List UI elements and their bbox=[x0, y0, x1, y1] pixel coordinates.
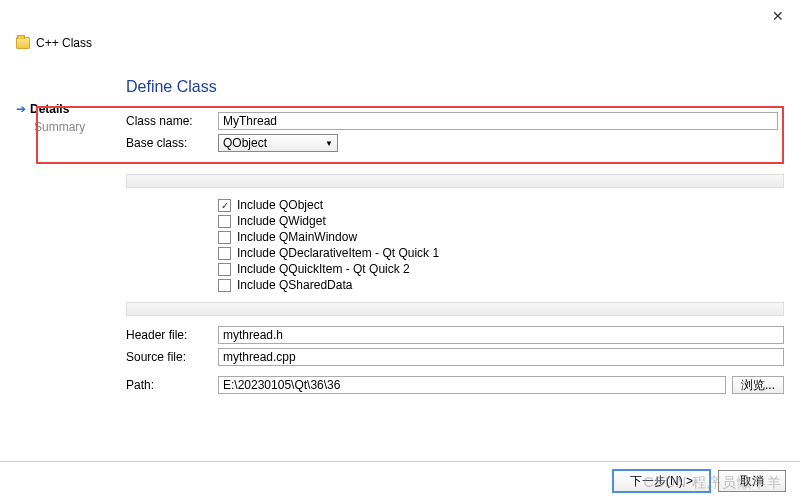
base-class-select[interactable]: QObject ▼ bbox=[218, 134, 338, 152]
include-option-label: Include QObject bbox=[237, 198, 323, 212]
include-option-label: Include QQuickItem - Qt Quick 2 bbox=[237, 262, 410, 276]
checkbox-icon[interactable] bbox=[218, 231, 231, 244]
folder-icon bbox=[16, 37, 30, 49]
separator-bar bbox=[126, 302, 784, 316]
chevron-down-icon: ▼ bbox=[325, 139, 333, 148]
class-name-input[interactable] bbox=[218, 112, 778, 130]
form-content: Define Class Class name: Base class: QOb… bbox=[126, 78, 784, 398]
include-option-label: Include QWidget bbox=[237, 214, 326, 228]
window-title: C++ Class bbox=[36, 36, 92, 50]
include-option[interactable]: Include QDeclarativeItem - Qt Quick 1 bbox=[218, 246, 784, 260]
base-class-label: Base class: bbox=[126, 136, 218, 150]
path-label: Path: bbox=[126, 378, 218, 392]
include-option-label: Include QSharedData bbox=[237, 278, 352, 292]
separator-bar bbox=[126, 174, 784, 188]
base-class-value: QObject bbox=[223, 136, 267, 150]
browse-button[interactable]: 浏览... bbox=[732, 376, 784, 394]
include-option[interactable]: Include QQuickItem - Qt Quick 2 bbox=[218, 262, 784, 276]
checkbox-icon[interactable] bbox=[218, 279, 231, 292]
dialog-footer: 下一步(N) > 取消 bbox=[0, 461, 800, 500]
cancel-button[interactable]: 取消 bbox=[718, 470, 786, 492]
section-title: Define Class bbox=[126, 78, 784, 96]
include-option[interactable]: Include QMainWindow bbox=[218, 230, 784, 244]
header-file-input[interactable] bbox=[218, 326, 784, 344]
source-file-label: Source file: bbox=[126, 350, 218, 364]
next-button[interactable]: 下一步(N) > bbox=[613, 470, 710, 492]
checkbox-icon[interactable] bbox=[218, 247, 231, 260]
include-option-label: Include QDeclarativeItem - Qt Quick 1 bbox=[237, 246, 439, 260]
close-icon[interactable]: ✕ bbox=[772, 8, 784, 24]
include-option[interactable]: Include QWidget bbox=[218, 214, 784, 228]
include-option[interactable]: Include QSharedData bbox=[218, 278, 784, 292]
arrow-right-icon: ➔ bbox=[16, 102, 26, 116]
include-option-label: Include QMainWindow bbox=[237, 230, 357, 244]
header-file-label: Header file: bbox=[126, 328, 218, 342]
class-name-label: Class name: bbox=[126, 114, 218, 128]
highlight-box: Class name: Base class: QObject ▼ bbox=[36, 106, 784, 164]
path-input[interactable] bbox=[218, 376, 726, 394]
checkbox-icon[interactable] bbox=[218, 263, 231, 276]
include-option[interactable]: ✓Include QObject bbox=[218, 198, 784, 212]
checkbox-icon[interactable] bbox=[218, 215, 231, 228]
window-title-row: C++ Class bbox=[0, 0, 800, 50]
checkbox-icon[interactable]: ✓ bbox=[218, 199, 231, 212]
source-file-input[interactable] bbox=[218, 348, 784, 366]
include-checkbox-list: ✓Include QObjectInclude QWidgetInclude Q… bbox=[126, 198, 784, 292]
